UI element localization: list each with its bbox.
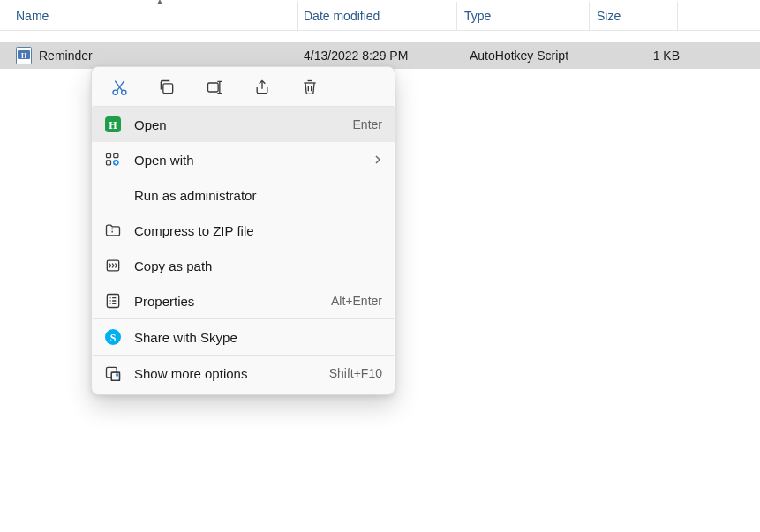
- svg-rect-9: [107, 154, 111, 158]
- menu-item-copy-as-path[interactable]: Copy as path: [92, 248, 395, 283]
- menu-item-properties-accelerator: Alt+Enter: [331, 294, 382, 308]
- ahk-file-icon: H: [16, 47, 32, 64]
- column-header-type-label: Type: [464, 9, 491, 23]
- column-header-date-label: Date modified: [304, 9, 380, 23]
- rename-button[interactable]: [205, 78, 224, 97]
- menu-item-compress-zip[interactable]: Compress to ZIP file: [92, 213, 395, 248]
- copy-path-icon: [104, 257, 122, 274]
- svg-point-4: [121, 90, 125, 94]
- column-header-name-label: Name: [16, 9, 49, 23]
- menu-item-copy-as-path-label: Copy as path: [134, 259, 382, 273]
- menu-item-share-skype-label: Share with Skype: [134, 330, 382, 345]
- column-header-name[interactable]: Name ▲: [16, 2, 298, 30]
- svg-rect-10: [114, 154, 118, 158]
- quick-actions-row: [92, 72, 395, 106]
- column-header-size-label: Size: [597, 9, 621, 23]
- skype-icon: S: [104, 328, 122, 346]
- file-explorer-window: Name ▲ Date modified Type Size H Reminde…: [0, 0, 760, 532]
- menu-item-compress-zip-label: Compress to ZIP file: [134, 223, 382, 238]
- menu-item-properties[interactable]: Properties Alt+Enter: [92, 283, 395, 318]
- show-more-icon: [104, 364, 122, 382]
- menu-item-open-with[interactable]: Open with: [92, 142, 395, 177]
- menu-item-show-more[interactable]: Show more options Shift+F10: [92, 356, 395, 391]
- menu-item-properties-label: Properties: [134, 294, 331, 309]
- copy-icon: [158, 79, 176, 96]
- menu-item-run-as-admin-label: Run as administrator: [134, 188, 382, 203]
- delete-icon: [301, 79, 319, 96]
- file-row-selected[interactable]: H Reminder 4/13/2022 8:29 PM AutoHotkey …: [0, 42, 760, 69]
- blank-icon: [104, 186, 122, 204]
- file-date: 4/13/2022 8:29 PM: [304, 49, 408, 63]
- cut-icon: [110, 79, 129, 97]
- context-menu: H Open Enter Open with Run as administra…: [91, 66, 395, 395]
- svg-text:S: S: [110, 332, 117, 344]
- column-header-size[interactable]: Size: [590, 2, 678, 30]
- properties-icon: [104, 292, 122, 310]
- file-type: AutoHotkey Script: [470, 49, 568, 63]
- share-icon: [253, 79, 271, 96]
- file-name: Reminder: [39, 49, 93, 63]
- menu-item-show-more-accelerator: Shift+F10: [329, 366, 382, 380]
- column-headers: Name ▲ Date modified Type Size: [0, 0, 760, 31]
- svg-text:H: H: [109, 119, 117, 131]
- file-list: H Reminder 4/13/2022 8:29 PM AutoHotkey …: [0, 31, 760, 69]
- open-icon: H: [104, 116, 122, 133]
- cut-button[interactable]: [109, 78, 129, 97]
- chevron-right-icon: [373, 155, 382, 164]
- open-with-icon: [104, 151, 122, 169]
- delete-button[interactable]: [300, 78, 320, 97]
- zip-icon: [104, 221, 122, 239]
- rename-icon: [206, 79, 223, 96]
- sort-ascending-icon: ▲: [155, 0, 164, 6]
- file-size: 1 KB: [653, 49, 680, 63]
- menu-item-open-label: Open: [134, 117, 353, 132]
- menu-item-run-as-admin[interactable]: Run as administrator: [92, 177, 395, 213]
- svg-point-3: [113, 90, 117, 94]
- share-button[interactable]: [252, 78, 272, 97]
- svg-rect-11: [107, 161, 111, 165]
- menu-item-open-accelerator: Enter: [353, 117, 382, 131]
- menu-item-open[interactable]: H Open Enter: [92, 107, 395, 142]
- svg-rect-6: [208, 83, 219, 92]
- copy-button[interactable]: [157, 78, 177, 97]
- menu-item-share-skype[interactable]: S Share with Skype: [92, 319, 395, 355]
- svg-text:H: H: [21, 52, 27, 60]
- menu-item-show-more-label: Show more options: [134, 366, 329, 381]
- column-header-type[interactable]: Type: [457, 2, 590, 30]
- column-header-date[interactable]: Date modified: [298, 2, 457, 30]
- menu-item-open-with-label: Open with: [134, 153, 373, 168]
- svg-rect-5: [163, 84, 173, 94]
